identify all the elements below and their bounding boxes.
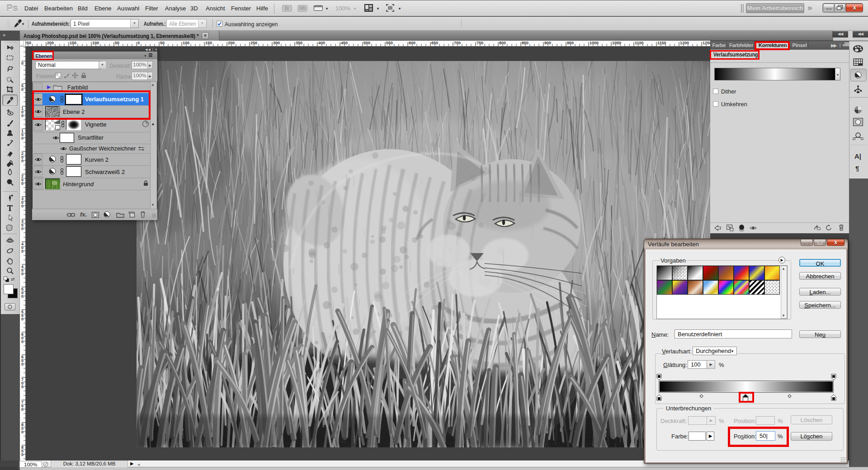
svg-text:500: 500 — [363, 41, 370, 45]
svg-text:350: 350 — [21, 219, 24, 231]
svg-text:1050: 1050 — [612, 41, 621, 45]
svg-text:250: 250 — [21, 174, 24, 186]
svg-text:550: 550 — [21, 310, 24, 321]
svg-text:750: 750 — [21, 400, 24, 412]
svg-text:150: 150 — [205, 41, 212, 45]
svg-text:200: 200 — [21, 151, 24, 163]
svg-text:1150: 1150 — [657, 41, 666, 45]
svg-text:200: 200 — [228, 41, 235, 45]
svg-text:50: 50 — [21, 84, 24, 92]
svg-text:900: 900 — [544, 41, 551, 45]
svg-text:1100: 1100 — [635, 41, 644, 45]
svg-text:850: 850 — [21, 445, 24, 457]
svg-text:300: 300 — [273, 41, 280, 45]
svg-text:800: 800 — [21, 423, 24, 434]
svg-text:950: 950 — [567, 41, 574, 45]
svg-text:600: 600 — [409, 41, 415, 45]
svg-text:700: 700 — [21, 377, 24, 389]
svg-text:750: 750 — [476, 41, 483, 45]
svg-text:850: 850 — [522, 41, 528, 45]
svg-text:650: 650 — [431, 41, 438, 45]
svg-text:450: 450 — [341, 41, 348, 45]
svg-text:100: 100 — [21, 106, 24, 118]
svg-text:600: 600 — [21, 332, 24, 344]
svg-text:700: 700 — [454, 41, 461, 45]
svg-text:0: 0 — [21, 61, 24, 66]
svg-text:650: 650 — [21, 355, 24, 367]
svg-text:400: 400 — [318, 41, 325, 45]
svg-text:450: 450 — [21, 264, 24, 276]
svg-text:150: 150 — [21, 129, 24, 141]
svg-text:100: 100 — [183, 41, 189, 45]
svg-text:400: 400 — [21, 242, 24, 254]
svg-text:100: 100 — [92, 41, 99, 45]
svg-text:50: 50 — [160, 41, 165, 45]
svg-text:200: 200 — [47, 41, 54, 45]
svg-text:300: 300 — [21, 197, 24, 208]
svg-text:800: 800 — [499, 41, 506, 45]
svg-text:0: 0 — [137, 41, 140, 45]
svg-text:150: 150 — [70, 41, 76, 45]
svg-text:1250: 1250 — [703, 41, 710, 45]
svg-text:1200: 1200 — [680, 41, 689, 45]
svg-text:350: 350 — [296, 41, 302, 45]
svg-text:50: 50 — [115, 41, 119, 45]
svg-text:250: 250 — [250, 41, 257, 45]
svg-text:1000: 1000 — [590, 41, 599, 45]
svg-text:500: 500 — [21, 287, 24, 299]
svg-text:550: 550 — [386, 41, 393, 45]
